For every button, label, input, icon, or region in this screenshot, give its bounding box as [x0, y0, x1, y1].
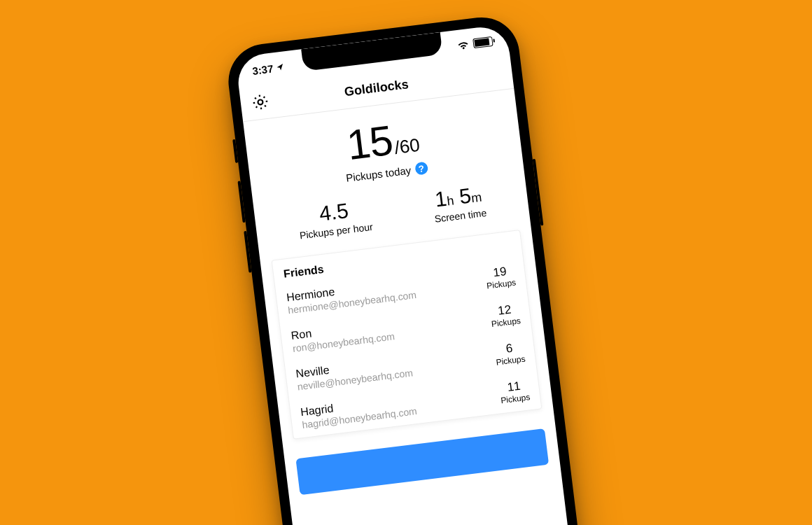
phone-screen: 3:37 — [235, 24, 577, 525]
phone-side-button — [232, 139, 238, 163]
stat-pickups-per-hour: 4.5 Pickups per hour — [296, 197, 373, 241]
pickups-current: 15 — [344, 120, 395, 167]
stat-value: 1h 5m — [431, 183, 486, 211]
pickups-cap: 60 — [398, 134, 421, 158]
status-time: 3:37 — [251, 62, 274, 77]
pickups-hero: 15/60 Pickups today ? — [256, 105, 512, 194]
svg-point-0 — [258, 99, 263, 105]
phone-frame: 3:37 — [224, 13, 587, 525]
help-button[interactable]: ? — [414, 162, 428, 176]
settings-button[interactable] — [249, 91, 271, 113]
phone-side-button — [244, 231, 251, 273]
wifi-icon — [456, 40, 469, 50]
location-icon — [275, 62, 284, 71]
stat-screen-time: 1h 5m Screen time — [431, 183, 487, 225]
battery-icon — [472, 36, 493, 48]
main-content: 15/60 Pickups today ? 4.5 Pickups per ho… — [243, 89, 577, 525]
primary-action-button[interactable] — [295, 428, 549, 494]
page-title: Goldilocks — [344, 77, 410, 99]
phone-side-button — [237, 181, 245, 223]
pickups-label: Pickups today — [345, 164, 412, 183]
friends-card: Friends Hermione hermione@honeybearhq.co… — [272, 230, 542, 440]
gear-icon — [250, 92, 270, 112]
phone-side-button — [533, 159, 544, 226]
